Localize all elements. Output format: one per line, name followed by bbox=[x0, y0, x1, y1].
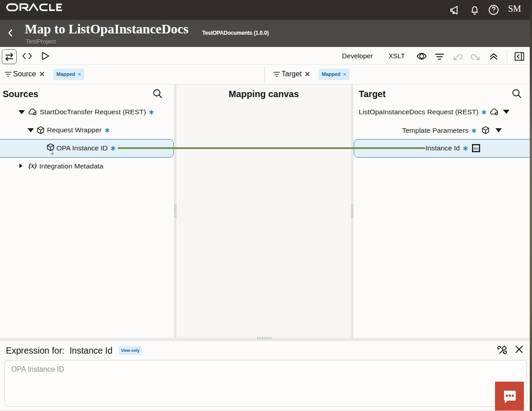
svg-text:abc: abc bbox=[474, 147, 479, 150]
